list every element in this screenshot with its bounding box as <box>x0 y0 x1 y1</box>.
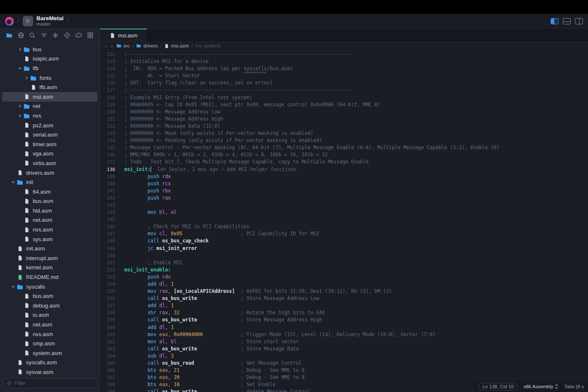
tree-item-smp-asm[interactable]: smp.asm <box>2 339 97 348</box>
code-line-164[interactable]: 164 sub dl, 3 <box>100 353 588 360</box>
chevron-icon[interactable] <box>16 47 23 51</box>
tree-item-syscalls-asm[interactable]: syscalls.asm <box>2 358 97 368</box>
tree-item-ioapic-asm[interactable]: ioapic.asm <box>2 54 97 64</box>
code-line-135[interactable]: 135; Message Control - Per-vector maskin… <box>100 144 588 151</box>
code-line-159[interactable]: 159 call os_bus_write ; Store Message Ad… <box>100 316 588 324</box>
breadcrumb-drivers[interactable]: drivers <box>136 43 158 48</box>
code-line-145[interactable]: 145 <box>100 216 588 223</box>
tree-item-64-asm[interactable]: 64.asm <box>2 187 97 197</box>
project-title[interactable]: BareMetal master <box>37 16 64 27</box>
tree-item-sysvar-asm[interactable]: sysvar.asm <box>2 367 97 375</box>
tree-item-virtio-asm[interactable]: virtio.asm <box>2 158 97 168</box>
tree-item-bus-asm[interactable]: bus.asm <box>2 197 97 206</box>
breadcrumb-file[interactable]: msi.asm <box>164 43 189 48</box>
code-line-141[interactable]: 141 push rbx <box>100 187 588 195</box>
diamond-icon[interactable] <box>62 30 72 40</box>
code-line-147[interactable]: 147 mov cl, 0x05 ; PCI Capability ID for… <box>100 230 588 237</box>
breadcrumb-src[interactable]: src <box>116 43 130 48</box>
code-line-154[interactable]: 154 add dl, 1 <box>100 281 588 288</box>
code-line-132[interactable]: 132; 00000000 <- Message Data (15:0) <box>100 123 588 130</box>
chevron-icon[interactable] <box>10 180 16 184</box>
tree-item-nvs-asm[interactable]: nvs.asm <box>2 225 97 234</box>
code-line-156[interactable]: 156 call os_bus_write ; Store Message Ad… <box>100 295 588 302</box>
tree-item-drivers-asm[interactable]: drivers.asm <box>2 168 97 178</box>
globe-icon[interactable] <box>16 30 26 40</box>
language-selector[interactable]: x86 Assembly <box>523 384 558 389</box>
tab-msi-asm[interactable]: msi.asm <box>100 29 147 42</box>
code-line-162[interactable]: 162 mov al, bl ; Store start vector <box>100 338 588 345</box>
code-line-123[interactable]: 123; Initialize MSI for a device <box>100 58 588 65</box>
code-line-143[interactable]: 143 <box>100 202 588 209</box>
code-line-153[interactable]: 153 push rdx <box>100 274 588 281</box>
code-line-138[interactable]: 138msi_init: Ian Seyler, 2 mos ago — Add… <box>100 166 588 173</box>
tree-item-README-md[interactable]: README.md <box>2 272 97 282</box>
tree-item-init-asm[interactable]: init.asm <box>2 244 97 253</box>
code-line-155[interactable]: 155 mov rax, [os_LocalAPICAddress] ; 0xF… <box>100 288 588 295</box>
asterisk-icon[interactable] <box>50 30 60 40</box>
code-line-127[interactable]: 127; -----------------------------------… <box>100 87 588 94</box>
bottom-dock-toggle[interactable] <box>563 18 571 24</box>
left-dock-toggle[interactable] <box>551 18 559 24</box>
tree-item-bus-asm[interactable]: bus.asm <box>2 291 97 301</box>
tree-item-net-asm[interactable]: net.asm <box>2 320 97 329</box>
tree-item-net-asm[interactable]: net.asm <box>2 216 97 225</box>
code-line-139[interactable]: 139 push rdx <box>100 173 588 180</box>
tree-item-ps2-asm[interactable]: ps2.asm <box>2 121 97 130</box>
tree-item-kernel-asm[interactable]: kernel.asm <box>2 263 97 273</box>
tree-item-debug-asm[interactable]: debug.asm <box>2 301 97 310</box>
project-icon[interactable] <box>23 16 33 26</box>
chevron-icon[interactable] <box>16 66 23 70</box>
code-line-130[interactable]: 130; 00000000 <- Message Address Low <box>100 108 588 116</box>
code-line-161[interactable]: 161 mov eax, 0x00004000 ; Trigger Mode (… <box>100 331 588 338</box>
code-line-142[interactable]: 142 push rax <box>100 195 588 202</box>
code-line-158[interactable]: 158 shr rax, 32 ; Rotate the high bits t… <box>100 309 588 316</box>
code-line-129[interactable]: 129; 00869005 <- Cap ID 0x05 (MSI), next… <box>100 101 588 108</box>
filter-lines-icon[interactable] <box>39 30 49 40</box>
code-line-125[interactable]: 125; AL = Start Vector <box>100 72 588 79</box>
code-line-157[interactable]: 157 add dl, 1 <box>100 302 588 309</box>
search-icon[interactable] <box>27 30 37 40</box>
code-line-134[interactable]: 134; 00000000 <- Pending (only exists if… <box>100 137 588 144</box>
zed-logo-icon[interactable] <box>5 17 14 26</box>
chevron-icon[interactable] <box>16 114 23 118</box>
cloud-icon[interactable] <box>74 30 84 40</box>
tree-item-lfb[interactable]: lfb <box>2 63 97 73</box>
folder-icon[interactable] <box>4 30 14 40</box>
cursor-position-button[interactable]: Ln 138, Col 10 <box>479 383 518 390</box>
code-editor[interactable]: 122; -----------------------------------… <box>100 50 588 392</box>
tree-item-msi-asm[interactable]: msi.asm <box>2 92 97 102</box>
chevron-icon[interactable] <box>10 285 16 289</box>
nav-back-button[interactable]: ‹ <box>104 43 108 49</box>
filter-input[interactable] <box>15 380 92 386</box>
code-line-165[interactable]: 165 call os_bus_read ; Get Message Contr… <box>100 360 588 367</box>
tree-item-bus[interactable]: bus <box>2 45 97 54</box>
breadcrumb-symbol[interactable]: (no symbol) <box>195 43 220 48</box>
tree-item-interrupt-asm[interactable]: interrupt.asm <box>2 253 97 263</box>
tree-item-hid-asm[interactable]: hid.asm <box>2 206 97 216</box>
indent-settings[interactable]: Tabs (8 s <box>564 384 584 389</box>
tree-item-timer-asm[interactable]: timer.asm <box>2 139 97 149</box>
code-line-150[interactable]: 150 <box>100 252 588 259</box>
tree-item-fonts[interactable]: fonts <box>2 73 97 83</box>
tree-item-lfb-asm[interactable]: lfb.asm <box>2 82 97 92</box>
right-dock-toggle[interactable] <box>575 18 583 24</box>
code-line-146[interactable]: 146 ; Check for MSI in PCI Capabilities <box>100 223 588 230</box>
code-line-126[interactable]: 126; OUT: Carry flag (clear on success, … <box>100 79 588 87</box>
code-line-149[interactable]: 149 jc msi_init_error <box>100 245 588 252</box>
code-line-152[interactable]: 152msi_init_enable: <box>100 266 588 274</box>
code-line-163[interactable]: 163 call os_bus_write ; Store Message Da… <box>100 345 588 353</box>
code-line-131[interactable]: 131; 00000000 <- Message Address High <box>100 116 588 123</box>
code-line-124[interactable]: 124; IN: RDX = Packed Bus address (as pe… <box>100 65 588 72</box>
code-line-133[interactable]: 133; 00000000 <- Mask (only exists if Pe… <box>100 130 588 137</box>
code-line-140[interactable]: 140 push rcx <box>100 180 588 187</box>
grid-icon[interactable] <box>85 30 95 40</box>
code-line-137[interactable]: 137; Todo - Test bit 7, Check Multiple M… <box>100 158 588 166</box>
tree-item-nvs-asm[interactable]: nvs.asm <box>2 329 97 339</box>
code-line-167[interactable]: 167 bts eax, 20 ; Debug - See MME to 8 <box>100 374 588 381</box>
code-line-160[interactable]: 160 add dl, 1 <box>100 324 588 331</box>
tree-item-vga-asm[interactable]: vga.asm <box>2 149 97 159</box>
nav-forward-button[interactable]: › <box>110 43 113 49</box>
code-line-128[interactable]: 128; Example MSI Entry (From Intel test … <box>100 94 588 101</box>
tree-item-system-asm[interactable]: system.asm <box>2 348 97 358</box>
chevron-icon[interactable] <box>23 76 30 80</box>
